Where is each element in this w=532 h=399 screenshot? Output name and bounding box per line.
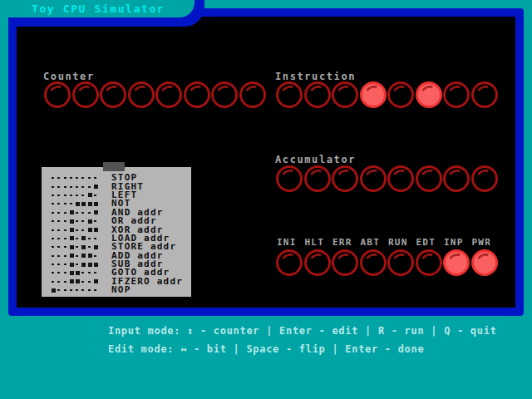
bit-off-glyph [81,288,87,293]
bit-off-glyph [64,254,70,258]
bit-on-glyph [81,202,87,206]
led-glint [75,83,96,102]
bit-off-glyph [57,254,63,258]
status-label: INP [444,237,472,248]
led-indicator [332,81,358,108]
bit-off-glyph [64,288,70,293]
led-glint [391,167,411,186]
led-indicator [128,81,155,108]
legend-bit-pattern [52,254,101,258]
bit-off-glyph [76,236,81,240]
legend-bit-pattern [52,210,101,214]
led-indicator [471,165,498,192]
led-glint [307,251,328,270]
bit-off-glyph [64,202,70,206]
bit-on-glyph [70,245,76,249]
bit-off-glyph [57,210,63,214]
bit-off-glyph [64,219,70,224]
bit-on-glyph [88,202,94,206]
edit-mode-help: Edit mode: ↔ - bit | Space - flip | Ente… [108,343,424,355]
bit-on-glyph [52,288,57,293]
bit-off-glyph [57,279,63,283]
led-glint [362,167,383,186]
status-label: ERR [332,237,361,248]
led-glint [131,83,151,102]
window-title: Toy CPU Simulator [32,2,165,15]
bit-on-glyph [88,228,94,232]
led-glint [474,251,495,270]
led-glint [279,167,300,186]
led-glint [335,251,356,270]
bit-off-glyph [57,288,63,293]
bit-on-glyph [76,271,81,275]
bit-off-glyph [88,236,94,240]
bit-off-glyph [52,185,57,189]
bit-on-glyph [94,279,100,283]
led-indicator [332,249,358,276]
led-indicator [360,249,387,276]
bit-off-glyph [57,236,63,240]
bit-off-glyph [57,245,63,249]
input-mode-help: Input mode: ↕ - counter | Enter - edit |… [108,325,497,337]
legend-bit-pattern [52,245,101,249]
bit-off-glyph [88,245,94,249]
led-indicator [416,81,442,108]
led-glint [418,83,439,102]
bit-off-glyph [76,263,81,267]
bit-off-glyph [64,263,70,267]
led-indicator [276,249,303,276]
bit-off-glyph [57,193,63,197]
bit-off-glyph [88,271,94,275]
bit-off-glyph [70,193,76,197]
led-indicator [304,249,331,276]
counter-label: Counter [43,71,95,82]
led-indicator [387,81,414,108]
bit-off-glyph [64,177,70,179]
bit-off-glyph [76,193,81,197]
led-indicator [276,81,303,108]
bit-off-glyph [64,245,70,249]
led-indicator [360,81,387,108]
led-glint [391,83,411,102]
led-indicator [276,165,303,192]
bit-on-glyph [81,254,87,258]
led-glint [307,167,328,186]
accumulator-label: Accumulator [275,154,356,165]
bit-off-glyph [64,185,70,189]
led-glint [186,83,207,102]
legend-bit-pattern [52,279,101,283]
legend-mnemonic: NOP [111,286,131,294]
bit-off-glyph [76,185,81,189]
bit-off-glyph [64,193,70,197]
bit-off-glyph [52,219,57,224]
toy-cpu-simulator-app: { "window": { "title": "Toy CPU Simulato… [0,0,532,399]
led-indicator [471,249,498,276]
led-indicator [387,165,414,192]
bit-on-glyph [94,245,100,249]
bit-off-glyph [81,219,87,224]
legend-bit-pattern [52,228,101,232]
bit-off-glyph [64,271,70,275]
bit-on-glyph [76,279,81,283]
accumulator-led-row [276,165,498,192]
led-glint [159,83,180,102]
led-indicator [100,81,126,108]
bit-off-glyph [57,271,63,275]
bit-off-glyph [76,210,81,214]
bit-off-glyph [81,271,87,275]
bit-off-glyph [70,177,76,179]
bit-on-glyph [70,228,76,232]
led-glint [446,167,467,186]
bit-off-glyph [81,279,87,283]
led-glint [242,83,263,102]
status-label: EDT [416,237,445,248]
status-led-row [276,249,498,276]
bit-on-glyph [70,236,76,240]
bit-off-glyph [94,236,100,240]
led-glint [474,167,495,186]
bit-on-glyph [70,210,76,214]
bit-off-glyph [81,177,87,179]
bit-off-glyph [76,288,81,293]
bit-off-glyph [88,210,94,214]
bit-off-glyph [52,271,57,275]
